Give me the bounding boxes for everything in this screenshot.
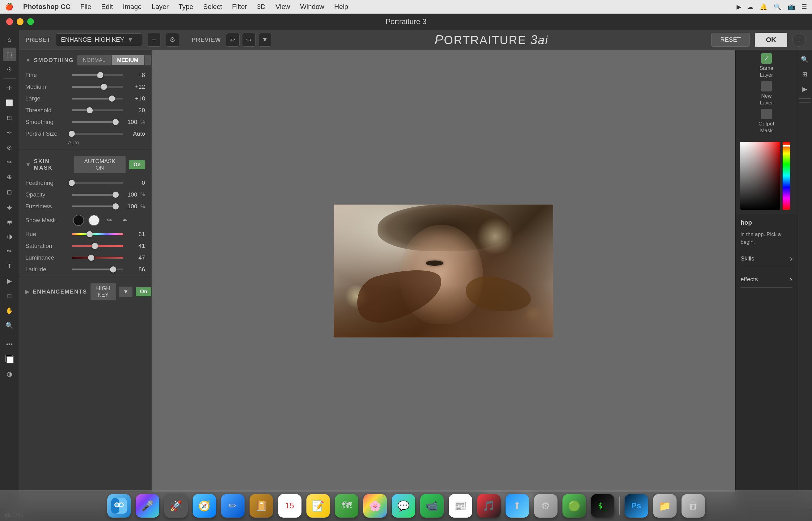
settings-button[interactable]: ⚙ [166,33,179,47]
expand-button[interactable]: ▶ [798,82,812,96]
fuzziness-slider[interactable] [72,205,116,207]
zoom-tool[interactable]: 🔍 [3,319,16,332]
foreground-background-colors[interactable] [4,354,15,365]
notification-icon[interactable]: 🔔 [760,3,767,10]
menu-edit[interactable]: Edit [101,3,113,11]
color-gradient[interactable] [740,142,780,210]
search-icon[interactable]: 🔍 [774,3,782,10]
workspace-button[interactable]: ⊞ [798,67,812,81]
latitude-slider[interactable] [72,269,124,270]
dock-notes-icon[interactable]: 📝 [306,494,330,518]
clone-stamp-tool[interactable]: ⊕ [3,170,16,184]
output-mask-checkbox[interactable] [761,109,772,119]
dock-safari-icon[interactable]: 🧭 [193,494,216,518]
dodge-tool[interactable]: ◑ [3,230,16,243]
skin-mask-on-badge[interactable]: On [129,160,145,169]
large-slider-thumb[interactable] [109,95,115,102]
airplay-icon[interactable]: ▶ [737,3,741,10]
maximize-button[interactable] [27,18,34,25]
dock-maps-icon[interactable]: 🗺 [335,494,358,518]
saturation-slider[interactable] [72,245,124,247]
menu-select[interactable]: Select [203,3,222,11]
dock-photoshop-icon[interactable]: Ps [624,494,648,518]
path-selection-tool[interactable]: ▶ [3,274,16,288]
dock-facetime-icon[interactable]: 📹 [420,494,444,518]
new-layer-checkbox[interactable] [761,81,772,91]
effects-link[interactable]: effects › [741,271,792,288]
close-button[interactable] [6,18,13,25]
preview-options-button[interactable]: ▼ [258,33,272,47]
dock-sysprefs-icon[interactable]: ⚙ [534,494,557,518]
threshold-slider-thumb[interactable] [87,107,93,113]
home-tool[interactable]: ⌂ [3,33,16,46]
undo-preview-button[interactable]: ↩ [226,33,240,47]
dock-photos-icon[interactable]: 🌸 [363,494,387,518]
dock-codecompanion-icon[interactable]: 🟢 [563,494,586,518]
dock-appstore-icon[interactable]: ⬆ [506,494,529,518]
smoothing-slider-thumb[interactable] [113,119,119,125]
enhancements-on-badge[interactable]: On [136,287,152,296]
same-layer-checkbox[interactable]: ✓ [761,53,772,64]
portrait-size-slider[interactable] [72,133,124,135]
quick-mask-tool[interactable]: ◑ [3,367,16,381]
opacity-slider[interactable] [72,194,116,196]
feathering-slider-thumb[interactable] [69,180,75,186]
dock-messages-icon[interactable]: 💬 [392,494,415,518]
move-tool[interactable]: ✛ [3,81,16,95]
info-button[interactable]: i [792,33,806,47]
add-preset-button[interactable]: + [147,33,161,47]
hue-vertical-thumb[interactable] [783,145,790,147]
smoothing-slider[interactable] [72,121,116,123]
hue-slider-thumb[interactable] [87,231,93,237]
erase-mask-button[interactable]: ✒ [119,215,131,226]
medium-button[interactable]: MEDIUM [111,55,145,66]
menu-3d[interactable]: 3D [257,3,266,11]
gradient-tool[interactable]: ◈ [3,200,16,213]
saturation-slider-thumb[interactable] [92,243,98,249]
shape-tool[interactable]: □ [3,289,16,302]
fine-slider-thumb[interactable] [97,72,103,78]
opacity-slider-thumb[interactable] [113,191,119,198]
menu-type[interactable]: Type [178,3,193,11]
transform-tool[interactable]: ⬜ [3,96,16,110]
fine-slider[interactable] [72,74,124,76]
large-slider[interactable] [72,98,124,99]
hue-slider[interactable] [72,233,124,235]
eyedropper-tool[interactable]: ✒ [3,126,16,139]
crop-tool[interactable]: ⊡ [3,111,16,124]
dock-trash-icon[interactable]: 🗑 [681,494,705,518]
smoothing-toggle-icon[interactable]: ▼ [25,57,31,64]
hand-tool[interactable]: ✋ [3,304,16,317]
dock-finder-icon[interactable] [107,494,131,518]
lasso-tool[interactable]: ⊙ [3,63,16,76]
menu-layer[interactable]: Layer [152,3,169,11]
pen-tool[interactable]: ✑ [3,245,16,258]
menu-image[interactable]: Image [123,3,141,11]
dock-rocket-typist-icon[interactable]: 🚀 [164,494,188,518]
preset-dropdown[interactable]: ENHANCE: HIGH KEY ▼ [56,33,142,46]
skin-mask-toggle-icon[interactable]: ▼ [25,162,31,168]
menu-filter[interactable]: Filter [232,3,247,11]
enhancements-toggle-icon[interactable]: ▶ [25,288,30,295]
enhancement-dropdown-button[interactable]: ▼ [119,287,133,297]
more-tools[interactable]: ••• [3,337,16,351]
dock-music-icon[interactable]: 🎵 [477,494,501,518]
latitude-slider-thumb[interactable] [110,266,116,273]
hue-vertical-slider[interactable] [783,142,790,210]
show-mask-black[interactable] [73,215,84,226]
brush-tool[interactable]: ✏ [3,155,16,169]
dock-siri-icon[interactable]: 🎤 [136,494,159,518]
eraser-tool[interactable]: ◻ [3,185,16,199]
automask-button[interactable]: AUTOMASK ON [73,156,126,173]
luminance-slider[interactable] [72,257,124,259]
menu-file[interactable]: File [81,3,91,11]
threshold-slider[interactable] [72,109,124,111]
show-mask-white[interactable] [88,215,100,226]
creative-cloud-icon[interactable]: ☁ [747,3,753,10]
dock-notebook-icon[interactable]: 📔 [249,494,273,518]
ok-button[interactable]: OK [755,33,787,47]
medium-slider-thumb[interactable] [101,84,107,90]
menu-view[interactable]: View [276,3,290,11]
menu-window[interactable]: Window [300,3,324,11]
minimize-button[interactable] [17,18,23,25]
